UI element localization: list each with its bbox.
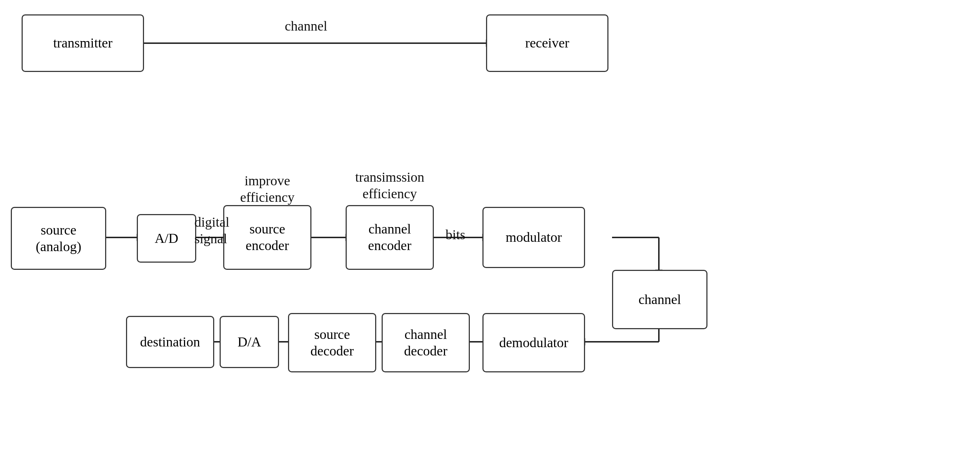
diagram-container: transmitter receiver channel source(anal…: [0, 0, 980, 458]
destination-label: destination: [140, 334, 200, 350]
channel-encoder-label: channelencoder: [368, 221, 411, 254]
transimssion-efficiency-label: transimssionefficiency: [346, 169, 434, 202]
transmitter-label: transmitter: [53, 35, 113, 51]
channel-label-top: channel: [270, 18, 342, 35]
improve-efficiency-text: improveefficiency: [240, 173, 294, 205]
improve-efficiency-label: improveefficiency: [223, 173, 312, 205]
source-label: source(analog): [36, 222, 81, 255]
source-decoder-box: sourcedecoder: [288, 313, 376, 372]
channel-encoder-box: channelencoder: [346, 205, 434, 270]
digital-signal-label: digitalsignal: [194, 214, 225, 247]
source-decoder-label: sourcedecoder: [310, 326, 353, 359]
channel-label-bottom: channel: [638, 292, 681, 308]
receiver-box: receiver: [486, 14, 608, 72]
source-encoder-label: sourceencoder: [245, 221, 289, 254]
bits-label: bits: [436, 227, 475, 243]
da-label: D/A: [238, 334, 261, 350]
ad-box: A/D: [137, 214, 196, 263]
destination-box: destination: [126, 316, 214, 368]
source-box: source(analog): [11, 207, 106, 270]
receiver-label: receiver: [525, 35, 569, 51]
da-box: D/A: [220, 316, 279, 368]
digital-signal-text: digitalsignal: [194, 214, 229, 246]
modulator-label: modulator: [506, 229, 562, 246]
channel-box-bottom: channel: [612, 270, 708, 329]
ad-label: A/D: [155, 230, 178, 247]
demodulator-label: demodulator: [499, 334, 568, 351]
modulator-box: modulator: [482, 207, 585, 268]
transimssion-efficiency-text: transimssionefficiency: [355, 170, 424, 201]
source-encoder-box: sourceencoder: [223, 205, 312, 270]
channel-decoder-box: channeldecoder: [382, 313, 470, 372]
transmitter-box: transmitter: [22, 14, 144, 72]
channel-decoder-label: channeldecoder: [404, 326, 447, 359]
bits-text: bits: [446, 227, 466, 242]
demodulator-box: demodulator: [482, 313, 585, 372]
